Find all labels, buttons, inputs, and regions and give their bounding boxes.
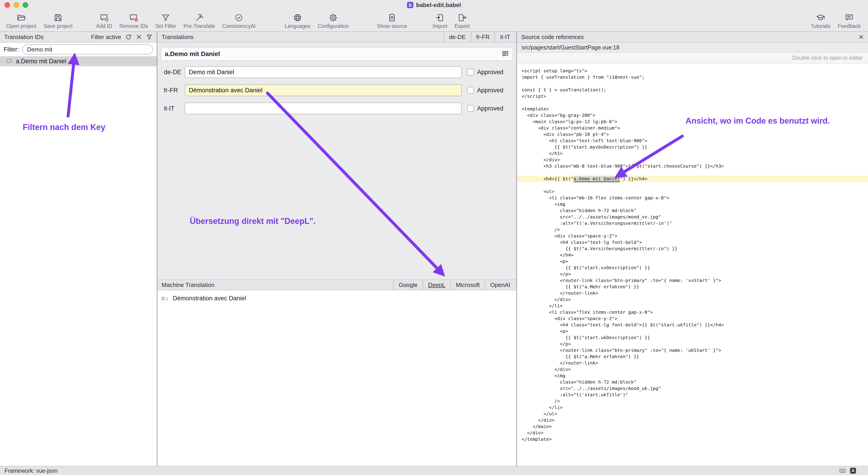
toolbar-open-project-button[interactable]: Open project (3, 12, 40, 30)
translation-row-fr-fr: fr-FRApproved (161, 81, 513, 99)
toolbar-add-id-button[interactable]: Add ID (93, 12, 116, 30)
toolbar-tutorials-button[interactable]: Tutorials (807, 12, 834, 30)
toolbar-consistencyai-button[interactable]: ConsistencyAI (219, 12, 259, 30)
toolbar-label: Show source (377, 23, 407, 29)
code-line: </div> (522, 296, 868, 303)
code-line: <p> (522, 328, 868, 334)
refresh-filter-icon[interactable] (125, 34, 132, 40)
toolbar-label: Add ID (96, 23, 112, 29)
code-line: :alt="t('a.Versicherungsvermittler/-in')… (522, 220, 868, 226)
toolbar-remove-ids-button[interactable]: Remove IDs (116, 12, 152, 30)
approved-checkbox-it-it[interactable] (467, 105, 474, 112)
toolbar-label: Import (433, 23, 447, 29)
approved-label: Approved (477, 87, 503, 94)
code-line: <div class="pb-10 pt-4"> (522, 131, 868, 137)
language-label: it-IT (164, 105, 185, 112)
toolbar-import-button[interactable]: Import (429, 12, 451, 30)
code-line: /> (522, 398, 868, 404)
toolbar-set-filter-button[interactable]: Set Filter (152, 12, 180, 30)
window-title-text: babel-edit.babel (416, 2, 461, 9)
configuration-icon (329, 13, 338, 23)
approved-checkbox-de-de[interactable] (467, 69, 474, 75)
toolbar-group: LanguagesConfiguration (281, 12, 352, 30)
document-proxy-icon: b (407, 2, 413, 8)
translation-id-item[interactable]: a.Demo mit Daniel (0, 56, 157, 66)
babeledit-window: b babel-edit.babel Open projectSave proj… (0, 0, 868, 475)
input-source-icon[interactable] (850, 468, 856, 474)
code-line: const { t } = useTranslation(); (522, 87, 868, 93)
toolbar-group: Show source (373, 12, 411, 30)
close-panel-icon[interactable] (859, 34, 868, 40)
filter-icon[interactable] (146, 34, 153, 40)
code-line: class="hidden h-72 md:block" (522, 207, 868, 214)
toolbar-label: Save project (43, 23, 73, 29)
approved-checkbox-fr-fr[interactable] (467, 87, 474, 94)
code-line (522, 80, 868, 87)
code-line: <div class="container-medium"> (522, 125, 868, 131)
code-line: {{ $t("a.Versicherungsvermittler/-in") }… (522, 245, 868, 252)
panel-title-translations: Translations (162, 34, 194, 41)
comment-icon[interactable] (502, 50, 509, 58)
code-line: </li> (522, 303, 868, 309)
zoom-window-button[interactable] (23, 2, 28, 8)
code-line: </div> (522, 366, 868, 372)
framework-status: Framework: vue-json (4, 468, 57, 474)
pre-translate-icon (194, 13, 204, 23)
toolbar-feedback-button[interactable]: Feedback (834, 12, 864, 30)
keyboard-icon[interactable] (839, 468, 846, 474)
filter-input[interactable] (22, 44, 153, 55)
filter-row: Filter: (0, 43, 157, 56)
remove-ids-icon (129, 13, 138, 23)
toolbar-configuration-button[interactable]: Configuration (314, 12, 352, 30)
translation-input-fr-fr[interactable] (185, 84, 462, 96)
code-line: <router-link class="btn-primary" :to="{ … (522, 347, 868, 353)
toolbar-export-button[interactable]: Export (451, 12, 473, 30)
toolbar-label: Remove IDs (119, 23, 148, 29)
mt-provider-openai[interactable]: OpenAI (485, 280, 515, 290)
code-line: <template> (522, 106, 868, 112)
code-line: <h4 class="text-lg font-bold">{{ $t("sta… (522, 321, 868, 328)
language-label: fr-FR (164, 87, 185, 94)
mt-provider-google[interactable]: Google (393, 280, 423, 290)
translation-key-token[interactable]: a.Demo mit Daniel (574, 176, 620, 182)
code-line: <img (522, 201, 868, 207)
approved-label: Approved (477, 105, 503, 112)
code-line: </main> (522, 423, 868, 430)
code-line: class="hidden h-72 md:block" (522, 379, 868, 385)
code-line: </router-link> (522, 290, 868, 296)
toolbar-label: Export (455, 23, 470, 29)
toolbar-group: Open projectSave project (3, 12, 76, 30)
code-line: <div class="space-y-2"> (522, 233, 868, 239)
tab-it-it[interactable]: it-IT (495, 32, 515, 42)
mt-result-row[interactable]: ⌘1 Démonstration avec Daniel (161, 295, 516, 302)
tab-de-de[interactable]: de-DE (443, 32, 471, 42)
code-line: {{ $t("start.vvDescription") }} (522, 265, 868, 271)
approved-group: Approved (467, 69, 511, 76)
code-line: <router-link class="btn-primary" :to="{ … (522, 277, 868, 283)
toolbar-label: Open project (6, 23, 36, 29)
translation-input-de-de[interactable] (185, 66, 462, 78)
toolbar-languages-button[interactable]: Languages (281, 12, 314, 30)
toolbar-pre-translate-button[interactable]: Pre-Translate (180, 12, 218, 30)
code-line (522, 99, 868, 106)
translation-input-it-it[interactable] (185, 103, 462, 114)
code-line: {{ $t("a.Mehr erfahren") }} (522, 353, 868, 360)
code-line: {{ $t("start.myvbvDescription") }} (522, 144, 868, 150)
languages-icon (293, 13, 302, 23)
tab-fr-fr[interactable]: fr-FR (471, 32, 495, 42)
window-title: b babel-edit.babel (0, 0, 868, 10)
file-reference[interactable]: src/pages/start/GuestStartPage.vue:18 (517, 43, 868, 53)
clear-filter-icon[interactable] (136, 34, 142, 40)
toolbar-save-project-button[interactable]: Save project (40, 12, 76, 30)
translation-id-list: a.Demo mit Daniel (0, 56, 157, 466)
toolbar-show-source-button[interactable]: Show source (373, 12, 411, 30)
code-line: :alt="t('start.ukTitle')" (522, 392, 868, 398)
mt-provider-deepl[interactable]: DeepL (423, 280, 451, 290)
code-line: </router-link> (522, 360, 868, 366)
minimize-window-button[interactable] (13, 2, 19, 8)
code-line: <h1 class="text-left text-blue-900"> (522, 137, 868, 144)
save-project-icon (53, 13, 63, 23)
close-window-button[interactable] (4, 2, 10, 8)
language-label: de-DE (164, 69, 185, 76)
mt-provider-microsoft[interactable]: Microsoft (451, 280, 485, 290)
